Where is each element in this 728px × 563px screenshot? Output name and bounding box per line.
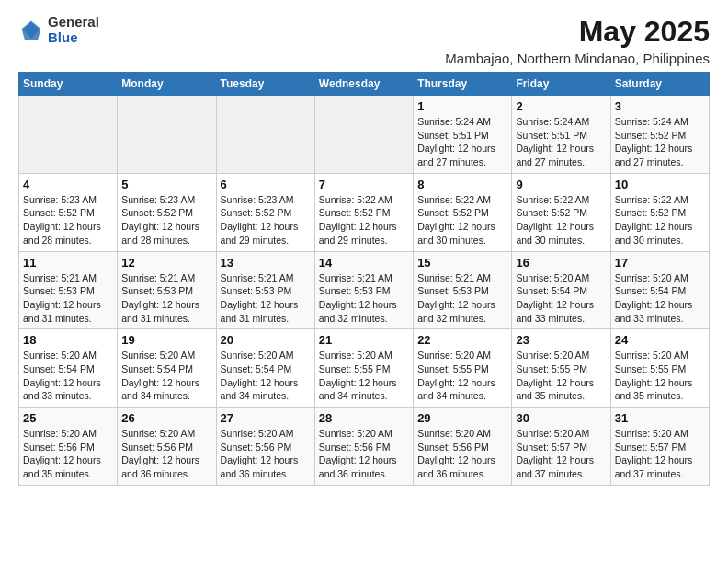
day-info: Sunrise: 5:21 AMSunset: 5:53 PMDaylight:… — [417, 271, 507, 326]
day-cell: 11Sunrise: 5:21 AMSunset: 5:53 PMDayligh… — [19, 251, 118, 329]
day-info: Sunrise: 5:21 AMSunset: 5:53 PMDaylight:… — [121, 271, 211, 326]
calendar-header: SundayMondayTuesdayWednesdayThursdayFrid… — [19, 73, 710, 96]
day-cell: 15Sunrise: 5:21 AMSunset: 5:53 PMDayligh… — [414, 251, 512, 329]
day-number: 30 — [516, 411, 606, 425]
day-cell: 5Sunrise: 5:23 AMSunset: 5:52 PMDaylight… — [118, 173, 216, 251]
logo: General Blue — [18, 15, 99, 45]
day-number: 11 — [23, 256, 113, 270]
day-cell: 29Sunrise: 5:20 AMSunset: 5:56 PMDayligh… — [414, 408, 512, 486]
day-cell: 9Sunrise: 5:22 AMSunset: 5:52 PMDaylight… — [512, 173, 610, 251]
day-number: 8 — [417, 178, 507, 191]
day-cell: 10Sunrise: 5:22 AMSunset: 5:52 PMDayligh… — [610, 173, 709, 251]
day-number: 16 — [516, 256, 606, 270]
day-number: 26 — [121, 411, 211, 425]
main-title: May 2025 — [445, 15, 710, 49]
day-info: Sunrise: 5:20 AMSunset: 5:56 PMDaylight:… — [121, 427, 211, 481]
calendar-body: 1Sunrise: 5:24 AMSunset: 5:51 PMDaylight… — [19, 96, 710, 486]
day-info: Sunrise: 5:22 AMSunset: 5:52 PMDaylight:… — [516, 193, 606, 247]
day-info: Sunrise: 5:22 AMSunset: 5:52 PMDaylight:… — [319, 193, 409, 247]
day-number: 7 — [319, 178, 409, 191]
day-info: Sunrise: 5:20 AMSunset: 5:56 PMDaylight:… — [221, 427, 311, 481]
day-number: 23 — [516, 333, 606, 347]
day-cell: 23Sunrise: 5:20 AMSunset: 5:55 PMDayligh… — [512, 329, 610, 408]
day-number: 12 — [121, 256, 211, 270]
day-cell — [19, 96, 118, 174]
day-cell: 1Sunrise: 5:24 AMSunset: 5:51 PMDaylight… — [414, 96, 512, 174]
day-number: 9 — [516, 178, 606, 191]
day-number: 25 — [23, 411, 113, 425]
day-cell — [118, 96, 216, 174]
day-cell: 16Sunrise: 5:20 AMSunset: 5:54 PMDayligh… — [512, 251, 610, 329]
day-cell: 25Sunrise: 5:20 AMSunset: 5:56 PMDayligh… — [19, 408, 118, 486]
page-header: General Blue May 2025 Mambajao, Northern… — [18, 15, 710, 66]
day-cell: 27Sunrise: 5:20 AMSunset: 5:56 PMDayligh… — [216, 408, 314, 486]
day-info: Sunrise: 5:21 AMSunset: 5:53 PMDaylight:… — [221, 271, 311, 326]
day-number: 15 — [417, 256, 507, 270]
day-cell: 17Sunrise: 5:20 AMSunset: 5:54 PMDayligh… — [610, 251, 709, 329]
logo-text: General Blue — [48, 15, 99, 45]
day-cell — [216, 96, 314, 174]
day-info: Sunrise: 5:24 AMSunset: 5:51 PMDaylight:… — [516, 115, 606, 169]
day-info: Sunrise: 5:20 AMSunset: 5:56 PMDaylight:… — [417, 427, 507, 481]
day-cell: 28Sunrise: 5:20 AMSunset: 5:56 PMDayligh… — [314, 408, 413, 486]
day-cell: 14Sunrise: 5:21 AMSunset: 5:53 PMDayligh… — [314, 251, 413, 329]
week-row-2: 4Sunrise: 5:23 AMSunset: 5:52 PMDaylight… — [19, 173, 710, 251]
day-info: Sunrise: 5:23 AMSunset: 5:52 PMDaylight:… — [23, 193, 113, 247]
day-cell: 6Sunrise: 5:23 AMSunset: 5:52 PMDaylight… — [216, 173, 314, 251]
day-number: 5 — [121, 178, 211, 191]
logo-icon — [18, 17, 44, 43]
day-header-tuesday: Tuesday — [216, 73, 314, 96]
title-area: May 2025 Mambajao, Northern Mindanao, Ph… — [445, 15, 710, 66]
day-number: 3 — [615, 99, 705, 113]
location-subtitle: Mambajao, Northern Mindanao, Philippines — [445, 51, 710, 66]
day-info: Sunrise: 5:23 AMSunset: 5:52 PMDaylight:… — [121, 193, 211, 247]
day-number: 22 — [417, 333, 507, 347]
header-row: SundayMondayTuesdayWednesdayThursdayFrid… — [19, 73, 710, 96]
day-cell: 22Sunrise: 5:20 AMSunset: 5:55 PMDayligh… — [414, 329, 512, 408]
day-info: Sunrise: 5:23 AMSunset: 5:52 PMDaylight:… — [221, 193, 311, 247]
day-cell: 8Sunrise: 5:22 AMSunset: 5:52 PMDaylight… — [414, 173, 512, 251]
day-info: Sunrise: 5:20 AMSunset: 5:54 PMDaylight:… — [121, 349, 211, 403]
day-header-sunday: Sunday — [19, 73, 118, 96]
day-number: 18 — [23, 333, 113, 347]
day-cell: 13Sunrise: 5:21 AMSunset: 5:53 PMDayligh… — [216, 251, 314, 329]
day-cell: 31Sunrise: 5:20 AMSunset: 5:57 PMDayligh… — [610, 408, 709, 486]
day-cell: 4Sunrise: 5:23 AMSunset: 5:52 PMDaylight… — [19, 173, 118, 251]
day-cell: 2Sunrise: 5:24 AMSunset: 5:51 PMDaylight… — [512, 96, 610, 174]
day-number: 21 — [319, 333, 409, 347]
day-cell: 24Sunrise: 5:20 AMSunset: 5:55 PMDayligh… — [610, 329, 709, 408]
day-number: 20 — [221, 333, 311, 347]
day-header-saturday: Saturday — [610, 73, 709, 96]
week-row-4: 18Sunrise: 5:20 AMSunset: 5:54 PMDayligh… — [19, 329, 710, 408]
day-number: 1 — [417, 99, 507, 113]
day-cell: 20Sunrise: 5:20 AMSunset: 5:54 PMDayligh… — [216, 329, 314, 408]
day-cell: 30Sunrise: 5:20 AMSunset: 5:57 PMDayligh… — [512, 408, 610, 486]
day-info: Sunrise: 5:24 AMSunset: 5:52 PMDaylight:… — [615, 115, 705, 169]
day-info: Sunrise: 5:21 AMSunset: 5:53 PMDaylight:… — [319, 271, 409, 326]
day-info: Sunrise: 5:20 AMSunset: 5:55 PMDaylight:… — [417, 349, 507, 403]
day-cell: 7Sunrise: 5:22 AMSunset: 5:52 PMDaylight… — [314, 173, 413, 251]
day-number: 27 — [221, 411, 311, 425]
day-number: 4 — [23, 178, 113, 191]
day-number: 19 — [121, 333, 211, 347]
day-cell: 26Sunrise: 5:20 AMSunset: 5:56 PMDayligh… — [118, 408, 216, 486]
day-cell: 3Sunrise: 5:24 AMSunset: 5:52 PMDaylight… — [610, 96, 709, 174]
week-row-3: 11Sunrise: 5:21 AMSunset: 5:53 PMDayligh… — [19, 251, 710, 329]
day-header-wednesday: Wednesday — [314, 73, 413, 96]
day-info: Sunrise: 5:20 AMSunset: 5:55 PMDaylight:… — [319, 349, 409, 403]
day-info: Sunrise: 5:20 AMSunset: 5:54 PMDaylight:… — [516, 271, 606, 326]
day-cell — [314, 96, 413, 174]
week-row-5: 25Sunrise: 5:20 AMSunset: 5:56 PMDayligh… — [19, 408, 710, 486]
day-info: Sunrise: 5:20 AMSunset: 5:57 PMDaylight:… — [516, 427, 606, 481]
day-number: 10 — [615, 178, 705, 191]
day-info: Sunrise: 5:20 AMSunset: 5:54 PMDaylight:… — [23, 349, 113, 403]
day-number: 2 — [516, 99, 606, 113]
day-number: 28 — [319, 411, 409, 425]
day-number: 31 — [615, 411, 705, 425]
logo-blue-text: Blue — [48, 30, 99, 46]
logo-general-text: General — [48, 15, 99, 30]
day-number: 24 — [615, 333, 705, 347]
week-row-1: 1Sunrise: 5:24 AMSunset: 5:51 PMDaylight… — [19, 96, 710, 174]
day-cell: 21Sunrise: 5:20 AMSunset: 5:55 PMDayligh… — [314, 329, 413, 408]
day-info: Sunrise: 5:20 AMSunset: 5:57 PMDaylight:… — [615, 427, 705, 481]
